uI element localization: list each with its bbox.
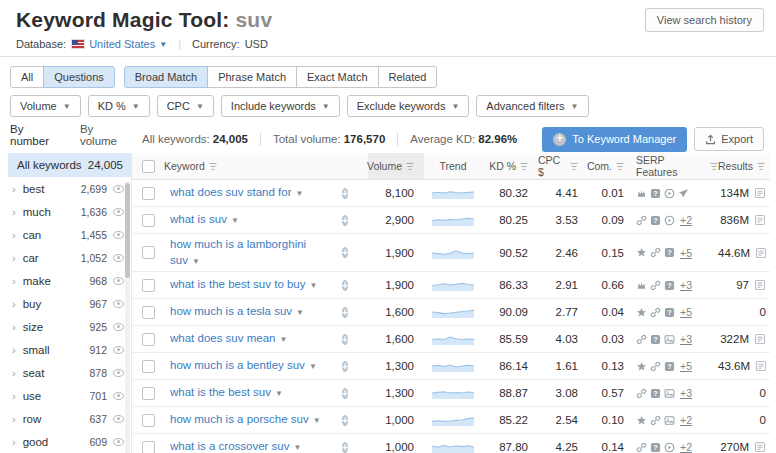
keyword-dropdown-icon[interactable]: ▼ xyxy=(192,257,200,266)
filter-volume[interactable]: Volume▼ xyxy=(10,95,81,117)
keyword-link[interactable]: what is the best suv xyxy=(170,386,271,398)
sidebar-item-make[interactable]: › make968 xyxy=(8,269,131,292)
row-checkbox[interactable] xyxy=(142,279,155,292)
add-keyword-button[interactable]: + xyxy=(342,361,348,372)
column-header-cpc[interactable]: CPC $ xyxy=(538,153,588,179)
keyword-link[interactable]: what is the best suv to buy xyxy=(170,278,306,290)
keyword-dropdown-icon[interactable]: ▼ xyxy=(275,389,283,398)
keyword-dropdown-icon[interactable]: ▼ xyxy=(313,416,321,425)
keyword-dropdown-icon[interactable]: ▼ xyxy=(231,216,239,225)
sidebar-item-can[interactable]: › can1,455 xyxy=(8,223,131,246)
column-header-res[interactable]: Results xyxy=(718,153,775,179)
sidebar-item-seat[interactable]: › seat878 xyxy=(8,361,131,384)
sidebar-item-car[interactable]: › car1,052 xyxy=(8,246,131,269)
row-checkbox[interactable] xyxy=(142,214,155,227)
serp-snapshot-icon[interactable] xyxy=(754,279,766,291)
keyword-link[interactable]: how much is a tesla suv xyxy=(170,305,292,317)
row-checkbox[interactable] xyxy=(142,360,155,373)
serp-more-link[interactable]: +3 xyxy=(680,333,692,345)
match-tab-phrase-match[interactable]: Phrase Match xyxy=(207,66,297,88)
add-keyword-button[interactable]: + xyxy=(342,188,348,199)
column-header-kd[interactable]: KD % xyxy=(482,153,538,179)
match-tab-questions[interactable]: Questions xyxy=(43,66,115,88)
sidebar-item-row[interactable]: › row637 xyxy=(8,407,131,430)
select-all-checkbox[interactable] xyxy=(142,160,155,173)
row-checkbox[interactable] xyxy=(142,387,155,400)
add-keyword-button[interactable]: + xyxy=(342,307,348,318)
add-keyword-button[interactable]: + xyxy=(342,247,348,258)
eye-icon[interactable] xyxy=(113,254,124,262)
serp-more-link[interactable]: +5 xyxy=(680,306,692,318)
filter-include-keywords[interactable]: Include keywords▼ xyxy=(221,95,340,117)
serp-snapshot-icon[interactable] xyxy=(754,333,766,345)
row-checkbox[interactable] xyxy=(142,246,155,259)
filter-cpc[interactable]: CPC▼ xyxy=(157,95,214,117)
sidebar-item-small[interactable]: › small912 xyxy=(8,338,131,361)
keyword-link[interactable]: what is a crossover suv xyxy=(170,440,290,452)
serp-more-link[interactable]: +3 xyxy=(680,279,692,291)
view-tab-by-volume[interactable]: By volume xyxy=(80,123,132,156)
to-keyword-manager-button[interactable]: + To Keyword Manager xyxy=(542,127,687,152)
filter-advanced-filters[interactable]: Advanced filters▼ xyxy=(476,95,588,117)
sidebar-item-size[interactable]: › size925 xyxy=(8,315,131,338)
serp-more-link[interactable]: +2 xyxy=(680,441,692,453)
eye-icon[interactable] xyxy=(113,185,124,193)
eye-icon[interactable] xyxy=(113,346,124,354)
keyword-link[interactable]: how much is a bentley suv xyxy=(170,359,305,371)
column-header-vol[interactable]: Volume xyxy=(368,153,424,179)
add-keyword-button[interactable]: + xyxy=(342,215,348,226)
row-checkbox[interactable] xyxy=(142,441,155,453)
export-button[interactable]: Export xyxy=(694,127,764,151)
sidebar-item-use[interactable]: › use701 xyxy=(8,384,131,407)
match-tab-exact-match[interactable]: Exact Match xyxy=(296,66,379,88)
view-search-history-button[interactable]: View search history xyxy=(645,8,764,32)
add-keyword-button[interactable]: + xyxy=(342,388,348,399)
add-keyword-button[interactable]: + xyxy=(342,280,348,291)
serp-snapshot-icon[interactable] xyxy=(755,360,767,372)
add-keyword-button[interactable]: + xyxy=(342,442,348,453)
eye-icon[interactable] xyxy=(113,438,124,446)
sidebar-scrollbar-thumb[interactable] xyxy=(125,183,130,278)
keyword-dropdown-icon[interactable]: ▼ xyxy=(296,308,304,317)
column-header-kw[interactable]: Keyword xyxy=(164,153,368,179)
keyword-dropdown-icon[interactable]: ▼ xyxy=(279,335,287,344)
serp-snapshot-icon[interactable] xyxy=(755,247,767,259)
serp-more-link[interactable]: +2 xyxy=(680,214,692,226)
match-tab-all[interactable]: All xyxy=(10,66,44,88)
eye-icon[interactable] xyxy=(113,415,124,423)
serp-more-link[interactable]: +5 xyxy=(680,247,692,259)
sidebar-item-best[interactable]: › best2,699 xyxy=(8,177,131,200)
column-header-com[interactable]: Com. xyxy=(588,153,634,179)
serp-snapshot-icon[interactable] xyxy=(754,214,766,226)
serp-snapshot-icon[interactable] xyxy=(754,441,766,453)
keyword-dropdown-icon[interactable]: ▼ xyxy=(295,189,303,198)
eye-icon[interactable] xyxy=(113,277,124,285)
sidebar-item-good[interactable]: › good609 xyxy=(8,430,131,453)
add-keyword-button[interactable]: + xyxy=(342,415,348,426)
column-header-trend[interactable]: Trend xyxy=(424,153,482,179)
eye-icon[interactable] xyxy=(113,231,124,239)
serp-more-link[interactable]: +3 xyxy=(680,387,692,399)
row-checkbox[interactable] xyxy=(142,306,155,319)
keyword-link[interactable]: what is suv xyxy=(170,213,227,225)
sidebar-all-keywords[interactable]: All keywords 24,005 xyxy=(8,153,131,177)
match-tab-related[interactable]: Related xyxy=(378,66,438,88)
eye-icon[interactable] xyxy=(113,323,124,331)
row-checkbox[interactable] xyxy=(142,187,155,200)
match-tab-broad-match[interactable]: Broad Match xyxy=(124,66,208,88)
eye-icon[interactable] xyxy=(113,392,124,400)
row-checkbox[interactable] xyxy=(142,333,155,346)
filter-exclude-keywords[interactable]: Exclude keywords▼ xyxy=(347,95,470,117)
keyword-dropdown-icon[interactable]: ▼ xyxy=(310,281,318,290)
add-keyword-button[interactable]: + xyxy=(342,334,348,345)
keyword-link[interactable]: what does suv mean xyxy=(170,332,275,344)
eye-icon[interactable] xyxy=(113,300,124,308)
sidebar-item-much[interactable]: › much1,636 xyxy=(8,200,131,223)
keyword-link[interactable]: what does suv stand for xyxy=(170,186,291,198)
sidebar-item-buy[interactable]: › buy967 xyxy=(8,292,131,315)
filter-kd-[interactable]: KD %▼ xyxy=(88,95,150,117)
serp-more-link[interactable]: +5 xyxy=(680,360,692,372)
eye-icon[interactable] xyxy=(113,369,124,377)
view-tab-by-number[interactable]: By number xyxy=(10,123,64,156)
row-checkbox[interactable] xyxy=(142,414,155,427)
